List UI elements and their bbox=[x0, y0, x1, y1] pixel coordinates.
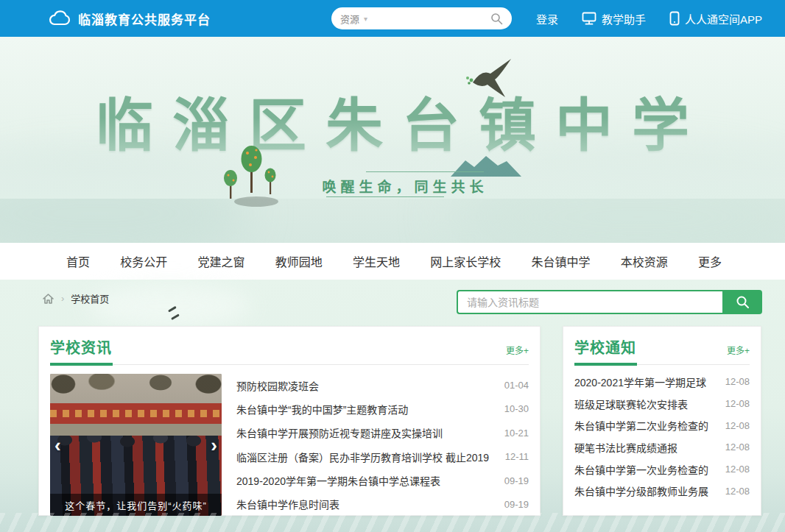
monitor-icon bbox=[582, 12, 596, 25]
magnifier-icon bbox=[736, 295, 750, 309]
slogan-text: 唤醒生命，同生共长 bbox=[302, 176, 508, 196]
notice-date: 12-08 bbox=[725, 398, 750, 409]
cards-row: 学校资讯 更多+ 这个春节，让我们告别“火药味” ‹ › bbox=[38, 326, 761, 516]
school-notice-more-link[interactable]: 更多+ bbox=[727, 344, 750, 358]
main-nav: 首页 校务公开 党建之窗 教师园地 学生天地 网上家长学校 朱台镇中学 本校资源… bbox=[0, 243, 785, 280]
nav-item-more[interactable]: 更多 bbox=[698, 252, 722, 270]
notice-list: 2020-2021学年第一学期足球 12-08 班级足球联赛轮次安排表 12-0… bbox=[563, 365, 761, 509]
nav-item-home[interactable]: 首页 bbox=[66, 252, 90, 270]
divider bbox=[50, 364, 529, 365]
top-links: 登录 教学助手 人人通 bbox=[536, 0, 762, 37]
page: 临淄教育公共服务平台 资源 ▾ 登录 bbox=[0, 0, 785, 532]
news-date: 09-19 bbox=[504, 499, 529, 510]
news-search-input[interactable] bbox=[457, 290, 722, 314]
notice-list-item[interactable]: 2020-2021学年第一学期足球 12-08 bbox=[574, 371, 750, 393]
teaching-assistant-link[interactable]: 教学助手 bbox=[582, 11, 646, 26]
news-search-button[interactable] bbox=[722, 290, 762, 314]
news-list-item[interactable]: 预防校园欺凌班会 01-04 bbox=[236, 374, 529, 397]
news-list-item[interactable]: 朱台镇中学开展预防近视专题讲座及实操培训 10-21 bbox=[236, 422, 529, 444]
mountains-decoration bbox=[451, 155, 521, 177]
brand-title: 临淄教育公共服务平台 bbox=[78, 10, 211, 28]
nav-item-student-world[interactable]: 学生天地 bbox=[353, 252, 400, 270]
chevron-down-icon: ▾ bbox=[364, 15, 367, 23]
nav-item-party-building[interactable]: 党建之窗 bbox=[197, 252, 244, 270]
carousel-caption[interactable]: 这个春节，让我们告别“火药味” bbox=[50, 494, 222, 516]
school-notice-title: 学校通知 bbox=[574, 336, 636, 358]
cloud-icon bbox=[49, 10, 71, 26]
news-list-item[interactable]: 临淄区注册（备案）民办非学历教育培训学校 截止2019 12-11 bbox=[236, 445, 529, 468]
news-date: 10-30 bbox=[504, 403, 529, 414]
notice-date: 12-08 bbox=[725, 376, 750, 387]
news-date: 12-11 bbox=[505, 451, 529, 462]
school-notice-panel: 学校通知 更多+ 2020-2021学年第一学期足球 12-08 班级足球联赛轮… bbox=[563, 326, 761, 516]
slogan-line-top bbox=[366, 171, 484, 172]
notice-date: 12-08 bbox=[725, 441, 750, 453]
phone-icon bbox=[669, 11, 680, 26]
swallow-bird-icon bbox=[462, 57, 515, 100]
notice-list-item[interactable]: 朱台镇中学第二次业务检查的 12-08 bbox=[574, 414, 750, 436]
news-carousel[interactable]: 这个春节，让我们告别“火药味” ‹ › bbox=[50, 374, 222, 516]
home-icon[interactable] bbox=[42, 293, 54, 305]
nav-item-school-resources[interactable]: 本校资源 bbox=[621, 252, 668, 270]
breadcrumb: › 学校首页 bbox=[42, 291, 109, 305]
news-date: 01-04 bbox=[504, 380, 529, 391]
notice-list-item[interactable]: 班级足球联赛轮次安排表 12-08 bbox=[574, 393, 750, 415]
nav-item-school-affairs[interactable]: 校务公开 bbox=[120, 252, 167, 270]
nav-item-zhutai-school[interactable]: 朱台镇中学 bbox=[531, 252, 590, 270]
login-link[interactable]: 登录 bbox=[536, 11, 558, 26]
notice-date: 12-08 bbox=[725, 464, 750, 475]
notice-list-item[interactable]: 朱台镇中学分级部教师业务展 12-08 bbox=[574, 480, 750, 502]
brand[interactable]: 临淄教育公共服务平台 bbox=[49, 10, 211, 28]
divider bbox=[574, 364, 750, 365]
school-news-body: 这个春节，让我们告别“火药味” ‹ › 预防校园欺凌班会 01-04 朱台镇中学… bbox=[39, 365, 540, 526]
search-category-select[interactable]: 资源 bbox=[340, 12, 359, 26]
school-news-more-link[interactable]: 更多+ bbox=[506, 344, 529, 358]
trees-decoration bbox=[218, 138, 284, 212]
nav-item-teacher-garden[interactable]: 教师园地 bbox=[275, 252, 323, 270]
top-search-pill[interactable]: 资源 ▾ bbox=[331, 7, 512, 29]
news-date: 09-19 bbox=[504, 475, 529, 486]
app-link[interactable]: 人人通空间APP bbox=[669, 11, 762, 26]
notice-date: 12-08 bbox=[725, 420, 750, 431]
news-list-item[interactable]: 朱台镇中学“我的中国梦”主题教育活动 10-30 bbox=[236, 397, 529, 420]
school-news-header: 学校资讯 更多+ bbox=[39, 327, 540, 364]
notice-list-item[interactable]: 硬笔书法比赛成绩通报 12-08 bbox=[574, 436, 750, 458]
magnifier-icon[interactable] bbox=[490, 13, 503, 25]
notice-list-item[interactable]: 朱台镇中学第一次业务检查的 12-08 bbox=[574, 458, 750, 480]
school-notice-header: 学校通知 更多+ bbox=[563, 327, 761, 364]
breadcrumb-separator: › bbox=[61, 293, 64, 304]
top-bar: 临淄教育公共服务平台 资源 ▾ 登录 bbox=[0, 0, 785, 37]
school-news-title: 学校资讯 bbox=[50, 336, 112, 358]
hero-banner: 临淄区朱台镇中学 bbox=[0, 37, 785, 243]
carousel-next-arrow[interactable]: › bbox=[211, 436, 217, 455]
notice-date: 12-08 bbox=[725, 486, 750, 497]
slogan-line-bottom bbox=[326, 196, 444, 197]
news-list: 预防校园欺凌班会 01-04 朱台镇中学“我的中国梦”主题教育活动 10-30 … bbox=[236, 374, 529, 516]
news-list-item[interactable]: 2019-2020学年第一学期朱台镇中学总课程表 09-19 bbox=[236, 469, 529, 492]
carousel-photo bbox=[50, 403, 222, 424]
carousel-prev-arrow[interactable]: ‹ bbox=[54, 436, 61, 455]
news-date: 10-21 bbox=[504, 428, 529, 439]
content-area: › 学校首页 学校资讯 更多+ bbox=[0, 280, 785, 532]
news-search-bar bbox=[457, 290, 762, 314]
school-news-panel: 学校资讯 更多+ 这个春节，让我们告别“火药味” ‹ › bbox=[38, 326, 541, 516]
nav-item-parent-school[interactable]: 网上家长学校 bbox=[430, 252, 501, 270]
breadcrumb-current[interactable]: 学校首页 bbox=[71, 291, 109, 305]
news-list-item[interactable]: 朱台镇中学作息时间表 09-19 bbox=[236, 493, 529, 516]
